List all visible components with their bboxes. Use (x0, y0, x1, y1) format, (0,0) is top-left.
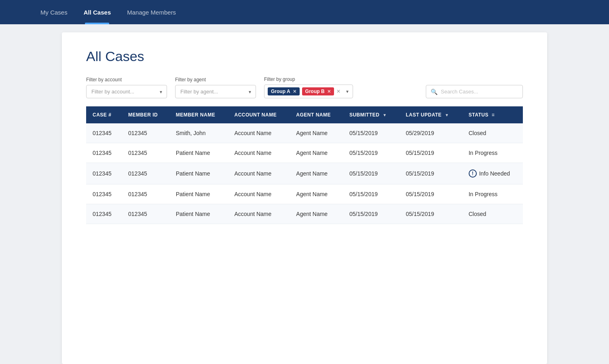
submitted-cell: 05/15/2019 (343, 143, 400, 163)
member-name-cell: Smith, John (169, 123, 228, 143)
group-filter-label: Filter by group (264, 76, 353, 82)
case-num-cell: 012345 (86, 123, 122, 143)
account-name-cell: Account Name (228, 204, 290, 224)
account-name-cell: Account Name (228, 163, 290, 184)
col-header-submitted[interactable]: SUBMITTED ▼ (343, 106, 400, 123)
agent-filter-label: Filter by agent (175, 77, 256, 83)
main-content: All Cases Filter by account Filter by ac… (62, 32, 547, 364)
filters-row: Filter by account Filter by account... F… (86, 76, 523, 98)
last-update-sort-icon: ▼ (445, 113, 449, 117)
agent-filter-select[interactable]: Filter by agent... (175, 85, 256, 98)
info-needed-icon: ! (469, 169, 477, 178)
account-name-cell: Account Name (228, 184, 290, 204)
search-input[interactable] (426, 85, 523, 98)
case-num-cell: 012345 (86, 184, 122, 204)
status-cell: ! Info Needed (462, 163, 523, 184)
table-header-row: CASE # MEMBER ID MEMBER NAME ACCOUNT NAM… (86, 106, 523, 123)
status-text: Closed (462, 123, 523, 143)
group-tag-b[interactable]: Group B ✕ (302, 87, 334, 95)
account-filter-label: Filter by account (86, 77, 167, 83)
table-body: 012345012345Smith, JohnAccount NameAgent… (86, 123, 523, 224)
last-update-cell: 05/15/2019 (399, 184, 462, 204)
group-filter-dropdown-icon[interactable]: ▼ (345, 89, 349, 94)
member-id-cell: 012345 (122, 184, 169, 204)
agent-name-cell: Agent Name (290, 204, 343, 224)
last-update-cell: 05/15/2019 (399, 143, 462, 163)
table-row[interactable]: 012345012345Patient NameAccount NameAgen… (86, 204, 523, 224)
page-title: All Cases (86, 49, 523, 64)
top-nav: My Cases All Cases Manage Members (0, 0, 609, 24)
member-name-cell: Patient Name (169, 163, 228, 184)
member-name-cell: Patient Name (169, 184, 228, 204)
account-name-cell: Account Name (228, 123, 290, 143)
submitted-cell: 05/15/2019 (343, 184, 400, 204)
page-wrapper: My Cases All Cases Manage Members All Ca… (0, 0, 609, 364)
status-text: In Progress (462, 143, 523, 163)
member-id-cell: 012345 (122, 123, 169, 143)
table-row[interactable]: 012345012345Patient NameAccount NameAgen… (86, 143, 523, 163)
submitted-sort-icon: ▼ (383, 113, 387, 117)
col-header-status: STATUS ≡ (462, 106, 523, 123)
group-tag-empty: ✕ (336, 89, 340, 94)
col-header-account-name: ACCOUNT NAME (228, 106, 290, 123)
agent-select-wrapper: Filter by agent... (175, 85, 256, 98)
account-filter-group: Filter by account Filter by account... (86, 77, 167, 98)
group-tag-a-remove[interactable]: ✕ (293, 89, 296, 94)
member-name-cell: Patient Name (169, 204, 228, 224)
status-filter-icon[interactable]: ≡ (492, 112, 495, 118)
col-header-case-num: CASE # (86, 106, 122, 123)
submitted-cell: 05/15/2019 (343, 204, 400, 224)
col-header-last-update[interactable]: LAST UPDATE ▼ (399, 106, 462, 123)
last-update-cell: 05/29/2019 (399, 123, 462, 143)
group-filter-container[interactable]: Group A ✕ Group B ✕ ✕ ▼ (264, 85, 353, 98)
cases-table: CASE # MEMBER ID MEMBER NAME ACCOUNT NAM… (86, 106, 523, 224)
table-row[interactable]: 012345012345Patient NameAccount NameAgen… (86, 184, 523, 204)
agent-name-cell: Agent Name (290, 163, 343, 184)
group-tag-b-remove[interactable]: ✕ (327, 89, 331, 94)
table-header: CASE # MEMBER ID MEMBER NAME ACCOUNT NAM… (86, 106, 523, 123)
last-update-cell: 05/15/2019 (399, 204, 462, 224)
submitted-cell: 05/15/2019 (343, 123, 400, 143)
member-id-cell: 012345 (122, 163, 169, 184)
nav-tab-my-cases[interactable]: My Cases (32, 0, 76, 24)
account-filter-select[interactable]: Filter by account... (86, 85, 167, 98)
table-row[interactable]: 012345012345Smith, JohnAccount NameAgent… (86, 123, 523, 143)
group-filter-group: Filter by group Group A ✕ Group B ✕ ✕ ▼ (264, 76, 353, 98)
group-tag-a[interactable]: Group A ✕ (268, 87, 300, 95)
member-name-cell: Patient Name (169, 143, 228, 163)
search-wrapper: 🔍 (426, 85, 523, 98)
col-header-agent-name: AGENT NAME (290, 106, 343, 123)
agent-filter-group: Filter by agent Filter by agent... (175, 77, 256, 98)
case-num-cell: 012345 (86, 143, 122, 163)
status-text: Info Needed (479, 170, 510, 177)
col-header-member-id: MEMBER ID (122, 106, 169, 123)
nav-tab-all-cases[interactable]: All Cases (76, 0, 119, 24)
agent-name-cell: Agent Name (290, 184, 343, 204)
last-update-cell: 05/15/2019 (399, 163, 462, 184)
status-text: In Progress (462, 184, 523, 204)
status-text: Closed (462, 204, 523, 224)
search-icon: 🔍 (431, 89, 438, 95)
agent-name-cell: Agent Name (290, 143, 343, 163)
account-name-cell: Account Name (228, 143, 290, 163)
nav-tab-manage-members[interactable]: Manage Members (119, 0, 184, 24)
member-id-cell: 012345 (122, 204, 169, 224)
col-header-member-name: MEMBER NAME (169, 106, 228, 123)
case-num-cell: 012345 (86, 163, 122, 184)
case-num-cell: 012345 (86, 204, 122, 224)
agent-name-cell: Agent Name (290, 123, 343, 143)
table-row[interactable]: 012345012345Patient NameAccount NameAgen… (86, 163, 523, 184)
account-select-wrapper: Filter by account... (86, 85, 167, 98)
submitted-cell: 05/15/2019 (343, 163, 400, 184)
member-id-cell: 012345 (122, 143, 169, 163)
